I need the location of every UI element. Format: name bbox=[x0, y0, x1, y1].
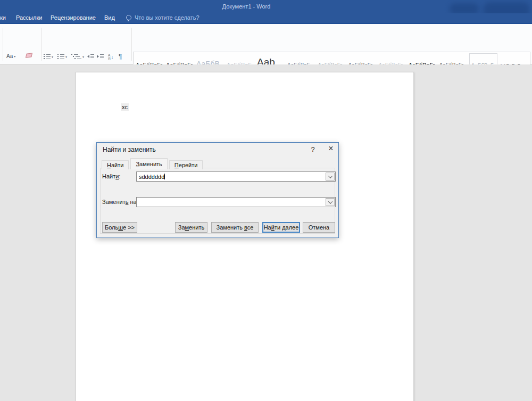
document-canvas: хс Найти и заменить ? × НайтиЗаменитьПер… bbox=[0, 64, 532, 401]
tab-mailings[interactable]: Рассылки bbox=[16, 14, 42, 21]
dialog-button[interactable]: Заменить все bbox=[211, 222, 259, 233]
eraser-icon bbox=[26, 53, 32, 58]
find-label: Найти: bbox=[102, 173, 120, 179]
find-input[interactable]: sddddddd bbox=[136, 171, 336, 182]
tell-me-box[interactable]: Что вы хотите сделать? bbox=[126, 14, 200, 21]
change-case-button[interactable]: Aa ▾ bbox=[6, 53, 15, 59]
clear-formatting-button[interactable] bbox=[26, 53, 32, 58]
dialog-tab[interactable]: Заменить bbox=[130, 158, 167, 169]
ribbon-tab-bar: ки Рассылки Рецензирование Вид Что вы хо… bbox=[0, 13, 532, 24]
dialog-tabs: НайтиЗаменитьПерейти bbox=[102, 158, 204, 169]
pilcrow-icon: ¶ bbox=[119, 53, 122, 60]
numbered-list-icon bbox=[57, 54, 64, 59]
increase-indent-icon bbox=[97, 54, 104, 58]
window-title: Документ1 - Word bbox=[222, 3, 271, 10]
sort-icon: АЯ ↓ bbox=[108, 53, 113, 61]
bullet-list-button[interactable]: ▾ bbox=[44, 54, 53, 59]
tab-partial[interactable]: ки bbox=[0, 14, 6, 21]
group-separator bbox=[3, 28, 3, 61]
find-value: sddddddd bbox=[139, 174, 164, 180]
replace-label: Заменить на: bbox=[102, 199, 138, 205]
sort-button[interactable]: АЯ ↓ bbox=[108, 53, 113, 61]
dialog-tab[interactable]: Найти bbox=[102, 160, 129, 169]
numbered-list-button[interactable]: ▾ bbox=[57, 54, 67, 59]
multilevel-list-icon bbox=[71, 54, 81, 59]
chevron-down-icon bbox=[328, 174, 332, 178]
title-bar: Документ1 - Word bbox=[0, 0, 532, 13]
group-separator bbox=[131, 28, 132, 61]
multilevel-list-button[interactable]: ▾ bbox=[71, 54, 84, 59]
dialog-title: Найти и заменить bbox=[103, 146, 156, 153]
find-replace-dialog: Найти и заменить ? × НайтиЗаменитьПерейт… bbox=[96, 142, 339, 238]
replace-input[interactable] bbox=[136, 197, 336, 207]
close-icon[interactable]: × bbox=[326, 144, 336, 153]
chevron-down-icon: ▾ bbox=[14, 54, 15, 58]
tab-review[interactable]: Рецензирование bbox=[51, 14, 96, 21]
find-dropdown-button[interactable] bbox=[326, 173, 335, 181]
document-text: хс bbox=[121, 103, 129, 111]
bullet-list-icon bbox=[44, 54, 51, 59]
tell-me-label: Что вы хотите сделать? bbox=[135, 14, 200, 21]
tab-view[interactable]: Вид bbox=[104, 14, 115, 21]
decrease-indent-icon bbox=[87, 54, 94, 58]
help-button[interactable]: ? bbox=[309, 145, 317, 153]
show-marks-button[interactable]: ¶ bbox=[119, 53, 122, 60]
dialog-button[interactable]: Заменить bbox=[175, 222, 207, 233]
text-caret bbox=[164, 174, 165, 179]
replace-dropdown-button[interactable] bbox=[326, 198, 335, 206]
increase-indent-button[interactable] bbox=[97, 54, 104, 58]
dialog-buttons: Больше >>ЗаменитьЗаменить всеНайти далее… bbox=[97, 222, 339, 234]
dialog-button[interactable]: Найти далее bbox=[262, 222, 300, 233]
dialog-button[interactable]: Отмена bbox=[303, 222, 335, 233]
lightbulb-icon bbox=[126, 15, 131, 20]
ribbon: Aa ▾ ab ▾ А ▾ ▾ ▾ ▾ АЯ ↓ ¶ bbox=[0, 24, 532, 64]
dialog-button[interactable]: Больше >> bbox=[102, 222, 137, 233]
dialog-tab[interactable]: Перейти bbox=[169, 160, 203, 169]
group-separator bbox=[41, 28, 42, 61]
decrease-indent-button[interactable] bbox=[87, 54, 94, 58]
chevron-down-icon bbox=[328, 199, 332, 203]
